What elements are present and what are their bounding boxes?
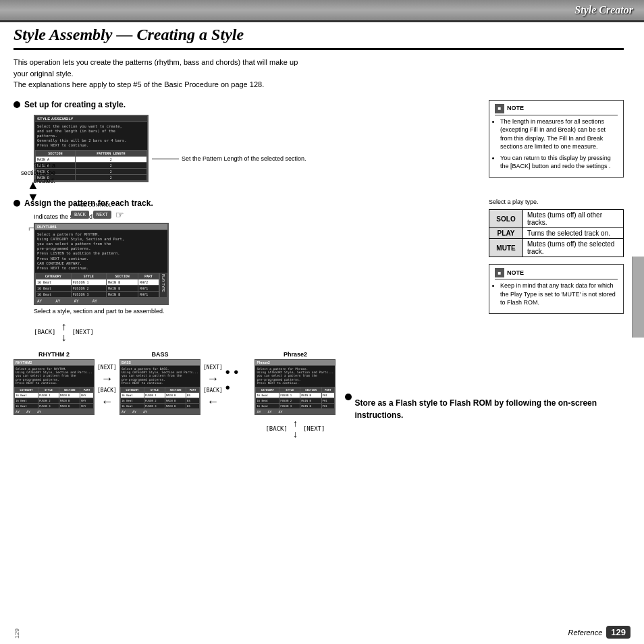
bass-ay-row: AYAYAY	[120, 409, 200, 414]
assign-screen-area: ⌐ RHYTHM1 Select a pattern for RHYTHM. U…	[34, 223, 482, 316]
phrase2-back: [BACK]	[265, 425, 288, 432]
left-arrow-icon-2: ←	[207, 395, 219, 409]
rhythm2-item: RHYTHM 2 RHYTHM2 Select a pattern for RH…	[14, 351, 95, 415]
nav1-back: [BACK]	[97, 387, 117, 394]
setup-screen-area: STYLE ASSEMBLY Select the section you wa…	[34, 115, 482, 188]
phrase2-screen: Phrase2 Select a pattern for Phrase. Usi…	[254, 359, 336, 415]
header-title: Style Creator	[574, 4, 633, 16]
assign-note-list: Keep in mind that any track data for whi…	[495, 281, 618, 307]
rhythm2-screen: RHYTHM2 Select a pattern for RHYTHM. Usi…	[14, 359, 95, 415]
row1-len: 2	[75, 163, 146, 169]
ay-row: AYAYAYAY	[35, 298, 167, 304]
rhythm2-table: CATEGORY STYLE SECTION PART 16 BeatFUSON…	[14, 387, 94, 409]
col-style: STYLE	[71, 273, 107, 279]
phrase2-table: CATEGORY STYLE SECTION PART 16 BeatFUSON…	[255, 387, 335, 409]
back-next-buttons: BACK NEXT ☞	[71, 209, 124, 220]
play-type-play: PLAY	[489, 228, 523, 239]
assign-nav: [BACK] ↑↓ [NEXT]	[34, 321, 482, 343]
main-content: Style Assembly — Creating a Style This o…	[14, 26, 624, 624]
footer-page-number: 129	[606, 626, 630, 639]
table-row: MUTE Mutes (turns off) the selected trac…	[489, 239, 624, 257]
arow0-style: FUSION 1	[71, 279, 107, 286]
pattern-length-annotation: Set the Pattern Length of the selected s…	[152, 155, 306, 163]
note-icon: ■	[495, 104, 504, 113]
rhythm2-label: RHYTHM 2	[38, 351, 70, 358]
setup-right: ■ NOTE The length in measures for all se…	[489, 100, 624, 188]
pattern-annotation-text: Set the Pattern Length of the selected s…	[182, 155, 306, 163]
phrase2-label: Phrase2	[284, 351, 307, 358]
bullet-circle	[14, 101, 20, 108]
left-arrow-icon: ←	[101, 395, 113, 409]
footer-reference-label: Reference	[568, 628, 603, 637]
table-row: PLAY Turns the selected track on.	[489, 228, 624, 239]
intro-text: This operation lets you create the patte…	[14, 57, 624, 90]
assign-note-box: ■ NOTE Keep in mind that any track data …	[489, 264, 624, 314]
footer: Reference 129	[568, 626, 630, 639]
table-row: SOLO Mutes (turns off) all other tracks.	[489, 210, 624, 228]
page-title: Style Assembly — Creating a Style	[14, 26, 624, 50]
store-section: Store as a Flash style to Flash ROM by f…	[345, 351, 624, 421]
row0-len: 2	[75, 157, 146, 163]
bass-screen: BASS Select a pattern for BASS. Using CA…	[119, 359, 200, 415]
bass-label: BASS	[151, 351, 168, 358]
play-type-mute: MUTE	[489, 239, 523, 257]
assign-section: Assign the pattern for each track. Indic…	[14, 198, 624, 343]
nav1: [NEXT] → [BACK] ←	[97, 351, 117, 409]
header-bar: Style Creator	[0, 0, 644, 20]
assign-screen-table: CATEGORY STYLE SECTION PART 16 Beat FUSI…	[35, 273, 159, 298]
setup-left: Set up for creating a style. STYLE ASSEM…	[14, 100, 482, 188]
right-arrow-icon: →	[101, 372, 113, 386]
updown-arrow-setup: ▲ ▼	[27, 179, 39, 203]
bass-item: BASS BASS Select a pattern for BASS. Usi…	[119, 351, 200, 415]
nav2: [NEXT] → [BACK] ←	[203, 351, 223, 409]
header-underline	[0, 20, 644, 22]
phrase2-next: [NEXT]	[303, 425, 325, 432]
row2-len: 2	[75, 169, 146, 175]
row3-len: 2	[75, 175, 146, 181]
setup-note-list: The length in measures for all sections …	[495, 117, 618, 171]
nav2-next: [NEXT]	[203, 365, 223, 371]
col-section-h: SECTION	[107, 273, 138, 279]
bass-body: Select a pattern for BASS. Using CATEGOR…	[120, 366, 200, 387]
bullet-circle-2	[14, 200, 20, 207]
bracket-indicator: ⌐	[28, 223, 34, 234]
dots: • • •	[225, 351, 246, 396]
arow0-cat: 16 Beat	[36, 279, 72, 286]
assign-left: Assign the pattern for each track. Indic…	[14, 198, 482, 343]
col-part: PART	[138, 273, 159, 279]
phrase2-updown: ↑↓	[293, 418, 298, 439]
phrase2-item: Phrase2 Phrase2 Select a pattern for Phr…	[254, 351, 336, 439]
play-type-play-desc: Turns the selected track on.	[523, 228, 624, 239]
back-btn[interactable]: BACK	[71, 211, 89, 219]
select-play-label: Select a play type.	[489, 198, 624, 205]
play-type-solo-desc: Mutes (turns off) all other tracks.	[523, 210, 624, 228]
arow0-section: MAIN B	[107, 279, 138, 286]
phrase2-nav: [BACK] ↑↓ [NEXT]	[265, 418, 325, 439]
bass-header: BASS	[120, 360, 200, 366]
arow0-part: RHY2	[138, 279, 159, 286]
nav2-back: [BACK]	[203, 387, 223, 394]
hand-cursor-icon: ☞	[115, 209, 124, 220]
note-icon-2: ■	[495, 268, 504, 277]
phrase2-ay-row: AYAYAY	[255, 409, 335, 414]
assign-updown-icon: ↑↓	[61, 321, 67, 343]
rhythm2-header: RHYTHM2	[14, 360, 94, 366]
page-control-label: PAGE CONTROL	[74, 203, 111, 207]
play-type-solo: SOLO	[489, 210, 523, 228]
next-btn[interactable]: NEXT	[93, 211, 111, 219]
store-text: Store as a Flash style to Flash ROM by f…	[354, 397, 624, 421]
side-tab	[632, 257, 644, 338]
store-heading: Store as a Flash style to Flash ROM by f…	[345, 392, 624, 421]
setup-screen-header: STYLE ASSEMBLY	[35, 116, 147, 122]
assign-screen: RHYTHM1 Select a pattern for RHYTHM. Usi…	[34, 223, 169, 305]
bass-table: CATEGORY STYLE SECTION PART 16 BeatFUSON…	[120, 387, 200, 409]
footer-left-text: 129	[14, 628, 20, 639]
assign-note-item-0: Keep in mind that any track data for whi…	[500, 281, 618, 307]
phrase2-header: Phrase2	[255, 360, 335, 366]
assign-back-label: [BACK]	[34, 329, 56, 336]
setup-note-header: ■ NOTE	[495, 104, 618, 115]
rhythm2-ay-row: AYAYAY	[14, 409, 94, 414]
select-style-label: Select a style, section and part to be a…	[34, 308, 482, 316]
play-type-mute-desc: Mutes (turns off) the selected track.	[523, 239, 624, 257]
phrase2-body: Select a pattern for Phrase. Using CATEG…	[255, 366, 335, 387]
